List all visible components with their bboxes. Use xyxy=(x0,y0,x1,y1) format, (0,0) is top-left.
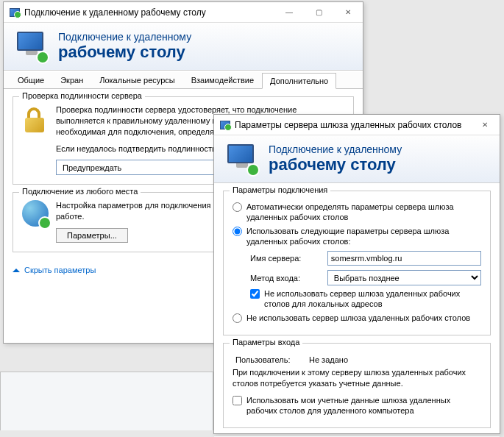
conn-groupbox: Параметры подключения Автоматически опре… xyxy=(223,191,491,335)
close-button[interactable]: ✕ xyxy=(333,2,363,23)
use-creds-label: Использовать мои учетные данные шлюза уд… xyxy=(246,395,481,416)
radio-none-label: Не использовать сервер шлюза удаленных р… xyxy=(246,313,470,323)
gateway-settings-button[interactable]: Параметры... xyxy=(56,228,128,243)
login-groupbox: Параметры входа Пользователь: Не задано … xyxy=(223,343,491,428)
gateway-banner: Подключение к удаленному рабочему столу xyxy=(214,135,500,183)
banner-line1: Подключение к удаленному xyxy=(58,31,191,43)
tab-display[interactable]: Экран xyxy=(52,72,91,88)
background-window xyxy=(0,372,213,430)
rdp-titlebar-icon xyxy=(220,121,230,129)
radio-use[interactable] xyxy=(233,227,242,236)
use-creds-checkbox[interactable] xyxy=(233,396,242,405)
radio-auto-label: Автоматически определять параметры серве… xyxy=(246,202,481,223)
main-tabs: Общие Экран Локальные ресурсы Взаимодейс… xyxy=(4,72,363,89)
gateway-dialog: Параметры сервера шлюза удаленных рабочи… xyxy=(213,114,500,434)
rdp-banner-icon xyxy=(226,143,258,175)
maximize-button[interactable]: ▢ xyxy=(304,2,333,23)
login-method-label: Метод входа: xyxy=(250,274,320,283)
minimize-button[interactable]: — xyxy=(274,2,304,23)
gw-banner-line2: рабочему столу xyxy=(269,155,402,174)
radio-auto-row[interactable]: Автоматически определять параметры серве… xyxy=(233,202,481,223)
radio-none[interactable] xyxy=(233,313,242,323)
gateway-titlebar[interactable]: Параметры сервера шлюза удаленных рабочи… xyxy=(214,115,500,135)
main-window-title: Подключение к удаленному рабочему столу xyxy=(24,7,206,18)
globe-icon xyxy=(22,200,49,227)
hide-options-label: Скрыть параметры xyxy=(24,266,96,274)
auth-action-dropdown[interactable]: Предупреждать xyxy=(56,160,225,175)
user-value: Не задано xyxy=(309,355,348,364)
main-titlebar[interactable]: Подключение к удаленному рабочему столу … xyxy=(4,2,363,23)
anywhere-legend: Подключение из любого места xyxy=(19,187,141,196)
rdp-titlebar-icon xyxy=(10,8,20,17)
chevron-up-icon xyxy=(13,269,20,272)
server-name-input[interactable] xyxy=(327,251,481,266)
auth-legend: Проверка подлинности сервера xyxy=(19,91,145,100)
conn-legend: Параметры подключения xyxy=(230,185,330,194)
user-label: Пользователь: xyxy=(235,355,302,364)
radio-use-label: Использовать следующие параметры сервера… xyxy=(246,226,481,247)
bypass-local-row[interactable]: Не использовать сервер шлюза удаленных р… xyxy=(250,288,481,310)
use-creds-row[interactable]: Использовать мои учетные данные шлюза уд… xyxy=(233,395,481,416)
login-info: При подключении к этому серверу шлюза уд… xyxy=(233,367,481,389)
tab-general[interactable]: Общие xyxy=(10,72,52,88)
gw-banner-line1: Подключение к удаленному xyxy=(269,143,402,155)
main-banner: Подключение к удаленному рабочему столу xyxy=(4,23,363,71)
rdp-banner-icon xyxy=(15,30,48,63)
radio-auto[interactable] xyxy=(233,202,242,212)
bypass-local-checkbox[interactable] xyxy=(250,289,260,299)
close-button[interactable]: ✕ xyxy=(470,115,500,135)
server-name-label: Имя сервера: xyxy=(250,254,320,263)
radio-none-row[interactable]: Не использовать сервер шлюза удаленных р… xyxy=(233,313,481,323)
banner-line2: рабочему столу xyxy=(58,43,191,62)
tab-local[interactable]: Локальные ресурсы xyxy=(91,72,182,88)
tab-advanced[interactable]: Дополнительно xyxy=(262,73,336,89)
lock-icon xyxy=(22,104,49,134)
radio-use-row[interactable]: Использовать следующие параметры сервера… xyxy=(233,226,481,247)
login-method-dropdown[interactable]: Выбрать позднее xyxy=(327,270,481,285)
bypass-local-label: Не использовать сервер шлюза удаленных р… xyxy=(264,288,481,310)
tab-experience[interactable]: Взаимодействие xyxy=(183,72,262,88)
gateway-window-title: Параметры сервера шлюза удаленных рабочи… xyxy=(235,120,461,130)
login-legend: Параметры входа xyxy=(230,338,302,347)
